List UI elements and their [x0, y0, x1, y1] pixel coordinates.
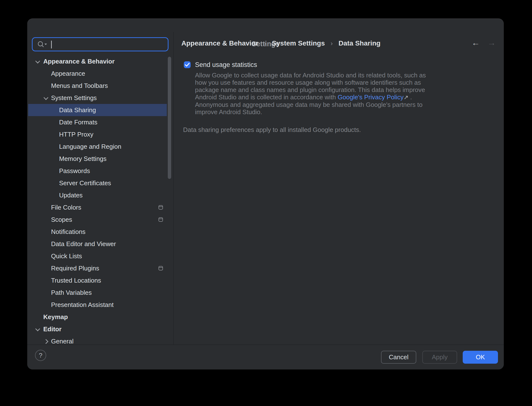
sidebar-item-system-settings[interactable]: System Settings — [27, 92, 173, 104]
sidebar-item-scopes[interactable]: Scopes — [27, 213, 173, 226]
configurable-options-icon — [159, 266, 163, 270]
breadcrumb-data-sharing[interactable]: Data Sharing — [338, 39, 381, 47]
external-link-icon: ↗ — [404, 94, 408, 101]
sidebar-item-appearance-behavior[interactable]: Appearance & Behavior — [27, 55, 173, 67]
sidebar-item-updates[interactable]: Updates — [27, 189, 173, 201]
settings-search-field[interactable] — [32, 37, 168, 51]
sidebar-item-appearance[interactable]: Appearance — [27, 67, 173, 80]
data-sharing-note: Data sharing preferences apply to all in… — [183, 126, 361, 134]
sidebar-item-notifications[interactable]: Notifications — [27, 226, 173, 238]
settings-window: Settings Appearance & Behavior Appearanc… — [27, 18, 504, 369]
sidebar-item-http-proxy[interactable]: HTTP Proxy — [27, 128, 173, 140]
breadcrumb-appearance-behavior[interactable]: Appearance & Behavior — [181, 39, 258, 47]
breadcrumb: Appearance & Behavior › System Settings … — [181, 39, 381, 47]
usage-statistics-description: Allow Google to collect usage data for A… — [195, 72, 434, 116]
breadcrumb-separator-icon: › — [327, 40, 337, 47]
settings-tree: Appearance & Behavior Appearance Menus a… — [27, 55, 173, 347]
sidebar-item-file-colors[interactable]: File Colors — [27, 201, 173, 213]
ok-button[interactable]: OK — [463, 351, 498, 364]
sidebar-item-data-sharing[interactable]: Data Sharing — [28, 104, 167, 116]
search-input[interactable] — [54, 39, 166, 50]
sidebar-item-presentation-assistant[interactable]: Presentation Assistant — [27, 299, 173, 311]
titlebar: Settings — [27, 18, 504, 32]
sidebar-item-passwords[interactable]: Passwords — [27, 165, 173, 177]
sidebar-item-editor[interactable]: Editor — [27, 323, 173, 335]
back-arrow-icon[interactable]: ← — [469, 38, 483, 47]
sidebar-item-server-certificates[interactable]: Server Certificates — [27, 177, 173, 189]
sidebar-item-memory-settings[interactable]: Memory Settings — [27, 153, 173, 165]
sidebar-item-data-editor-and-viewer[interactable]: Data Editor and Viewer — [27, 238, 173, 250]
sidebar-item-date-formats[interactable]: Date Formats — [27, 116, 173, 128]
sidebar-scrollbar[interactable] — [168, 57, 171, 179]
sidebar-item-trusted-locations[interactable]: Trusted Locations — [27, 274, 173, 286]
sidebar-item-quick-lists[interactable]: Quick Lists — [27, 250, 173, 262]
configurable-options-icon — [159, 205, 163, 210]
cancel-button[interactable]: Cancel — [381, 351, 416, 364]
history-navigation: ← → — [469, 38, 498, 47]
send-usage-statistics-checkbox[interactable] — [184, 61, 191, 68]
sidebar-item-menus-and-toolbars[interactable]: Menus and Toolbars — [27, 80, 173, 92]
checkmark-icon — [185, 63, 190, 67]
forward-arrow-icon: → — [485, 38, 498, 47]
sidebar-item-keymap[interactable]: Keymap — [27, 311, 173, 323]
breadcrumb-separator-icon: › — [260, 40, 270, 47]
sidebar-divider — [173, 32, 174, 345]
search-icon — [37, 41, 48, 48]
checkbox-label[interactable]: Send usage statistics — [195, 61, 257, 69]
privacy-policy-link[interactable]: Google's Privacy Policy — [338, 93, 404, 101]
text-caret — [51, 41, 52, 48]
sidebar-item-language-and-region[interactable]: Language and Region — [27, 140, 173, 153]
apply-button: Apply — [422, 351, 457, 364]
sidebar-item-required-plugins[interactable]: Required Plugins — [27, 262, 173, 274]
footer-bar: ? Cancel Apply OK — [27, 344, 504, 369]
breadcrumb-system-settings[interactable]: System Settings — [272, 39, 325, 47]
configurable-options-icon — [159, 217, 163, 222]
question-mark-icon: ? — [39, 352, 42, 359]
help-button[interactable]: ? — [35, 350, 46, 361]
sidebar-item-path-variables[interactable]: Path Variables — [27, 286, 173, 299]
